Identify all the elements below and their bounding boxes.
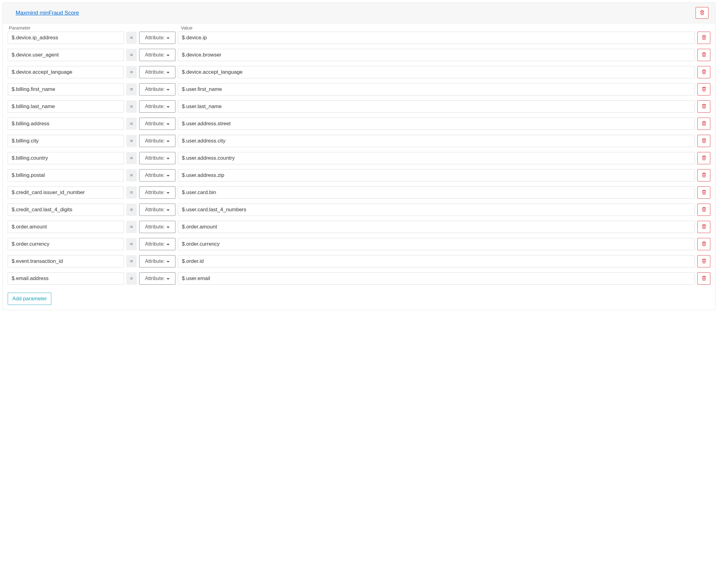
delete-row-button[interactable] bbox=[697, 66, 710, 78]
attribute-dropdown[interactable]: Attribute: bbox=[139, 238, 176, 250]
parameter-input[interactable] bbox=[8, 238, 124, 250]
panel-title-link[interactable]: Maxmind minFraud Score bbox=[16, 10, 79, 16]
attribute-dropdown[interactable]: Attribute: bbox=[139, 186, 176, 199]
attribute-dropdown[interactable]: Attribute: bbox=[139, 152, 176, 164]
delete-row-button[interactable] bbox=[697, 272, 710, 285]
delete-row-button[interactable] bbox=[697, 31, 710, 44]
delete-row-button[interactable] bbox=[697, 83, 710, 96]
trash-icon bbox=[702, 138, 706, 144]
parameter-row: =Attribute: bbox=[8, 135, 710, 147]
equals-label: = bbox=[126, 118, 137, 130]
delete-row-button[interactable] bbox=[697, 118, 710, 130]
equals-label: = bbox=[126, 135, 137, 147]
dropdown-label: Attribute: bbox=[145, 172, 165, 178]
parameter-input[interactable] bbox=[8, 118, 124, 130]
value-input[interactable] bbox=[178, 169, 695, 182]
value-input[interactable] bbox=[178, 272, 695, 285]
value-input[interactable] bbox=[178, 204, 695, 216]
attribute-dropdown[interactable]: Attribute: bbox=[139, 118, 176, 130]
delete-panel-button[interactable] bbox=[696, 7, 709, 19]
parameter-row: =Attribute: bbox=[8, 49, 710, 61]
attribute-dropdown[interactable]: Attribute: bbox=[139, 83, 176, 96]
attribute-dropdown[interactable]: Attribute: bbox=[139, 49, 176, 61]
parameter-input[interactable] bbox=[8, 152, 124, 164]
delete-row-button[interactable] bbox=[697, 135, 710, 147]
attribute-dropdown[interactable]: Attribute: bbox=[139, 255, 176, 268]
delete-row-button[interactable] bbox=[697, 255, 710, 268]
parameter-input[interactable] bbox=[8, 135, 124, 147]
trash-icon bbox=[702, 103, 706, 110]
parameter-input[interactable] bbox=[8, 100, 124, 113]
panel-body: Parameter Value =Attribute:=Attribute:=A… bbox=[3, 23, 715, 310]
delete-row-button[interactable] bbox=[697, 169, 710, 182]
caret-down-icon bbox=[166, 278, 170, 280]
attribute-dropdown[interactable]: Attribute: bbox=[139, 31, 176, 44]
value-input[interactable] bbox=[178, 186, 695, 199]
dropdown-label: Attribute: bbox=[145, 155, 165, 161]
delete-row-button[interactable] bbox=[697, 221, 710, 233]
delete-row-button[interactable] bbox=[697, 49, 710, 61]
delete-row-button[interactable] bbox=[697, 152, 710, 164]
value-input[interactable] bbox=[178, 31, 695, 44]
value-input[interactable] bbox=[178, 118, 695, 130]
parameter-input[interactable] bbox=[8, 169, 124, 182]
value-input[interactable] bbox=[178, 135, 695, 147]
caret-down-icon bbox=[166, 244, 170, 245]
parameter-input[interactable] bbox=[8, 204, 124, 216]
add-parameter-button[interactable]: Add parameter bbox=[8, 293, 51, 305]
value-input[interactable] bbox=[178, 100, 695, 113]
parameter-input[interactable] bbox=[8, 49, 124, 61]
value-input[interactable] bbox=[178, 66, 695, 78]
equals-label: = bbox=[126, 49, 137, 61]
attribute-dropdown[interactable]: Attribute: bbox=[139, 204, 176, 216]
equals-label: = bbox=[126, 272, 137, 285]
attribute-dropdown[interactable]: Attribute: bbox=[139, 169, 176, 182]
dropdown-label: Attribute: bbox=[145, 87, 165, 92]
value-input[interactable] bbox=[178, 221, 695, 233]
parameter-input[interactable] bbox=[8, 272, 124, 285]
trash-icon bbox=[702, 86, 706, 92]
parameter-row: =Attribute: bbox=[8, 100, 710, 113]
parameter-row: =Attribute: bbox=[8, 204, 710, 216]
parameter-input[interactable] bbox=[8, 186, 124, 199]
equals-label: = bbox=[126, 152, 137, 164]
parameter-rows: =Attribute:=Attribute:=Attribute:=Attrib… bbox=[3, 31, 715, 291]
caret-down-icon bbox=[166, 209, 170, 211]
value-input[interactable] bbox=[178, 49, 695, 61]
attribute-dropdown[interactable]: Attribute: bbox=[139, 272, 176, 285]
equals-label: = bbox=[126, 186, 137, 199]
attribute-dropdown[interactable]: Attribute: bbox=[139, 66, 176, 78]
parameter-input[interactable] bbox=[8, 66, 124, 78]
delete-row-button[interactable] bbox=[697, 204, 710, 216]
value-input[interactable] bbox=[178, 255, 695, 268]
parameter-input[interactable] bbox=[8, 83, 124, 96]
parameter-row: =Attribute: bbox=[8, 169, 710, 182]
caret-down-icon bbox=[166, 261, 170, 262]
attribute-dropdown[interactable]: Attribute: bbox=[139, 100, 176, 113]
trash-icon bbox=[702, 69, 706, 75]
delete-row-button[interactable] bbox=[697, 100, 710, 113]
caret-down-icon bbox=[166, 158, 170, 159]
caret-down-icon bbox=[166, 227, 170, 228]
parameter-input[interactable] bbox=[8, 255, 124, 268]
caret-down-icon bbox=[166, 106, 170, 108]
equals-label: = bbox=[126, 169, 137, 182]
caret-down-icon bbox=[166, 89, 170, 90]
parameter-input[interactable] bbox=[8, 221, 124, 233]
attribute-dropdown[interactable]: Attribute: bbox=[139, 221, 176, 233]
attribute-dropdown[interactable]: Attribute: bbox=[139, 135, 176, 147]
dropdown-label: Attribute: bbox=[145, 207, 165, 212]
value-input[interactable] bbox=[178, 83, 695, 96]
dropdown-label: Attribute: bbox=[145, 52, 165, 58]
dropdown-label: Attribute: bbox=[145, 121, 165, 126]
equals-label: = bbox=[126, 238, 137, 250]
value-input[interactable] bbox=[178, 238, 695, 250]
delete-row-button[interactable] bbox=[697, 238, 710, 250]
parameter-row: =Attribute: bbox=[8, 255, 710, 268]
equals-label: = bbox=[126, 204, 137, 216]
value-input[interactable] bbox=[178, 152, 695, 164]
caret-down-icon bbox=[166, 141, 170, 142]
delete-row-button[interactable] bbox=[697, 186, 710, 199]
parameter-input[interactable] bbox=[8, 31, 124, 44]
dropdown-label: Attribute: bbox=[145, 104, 165, 109]
